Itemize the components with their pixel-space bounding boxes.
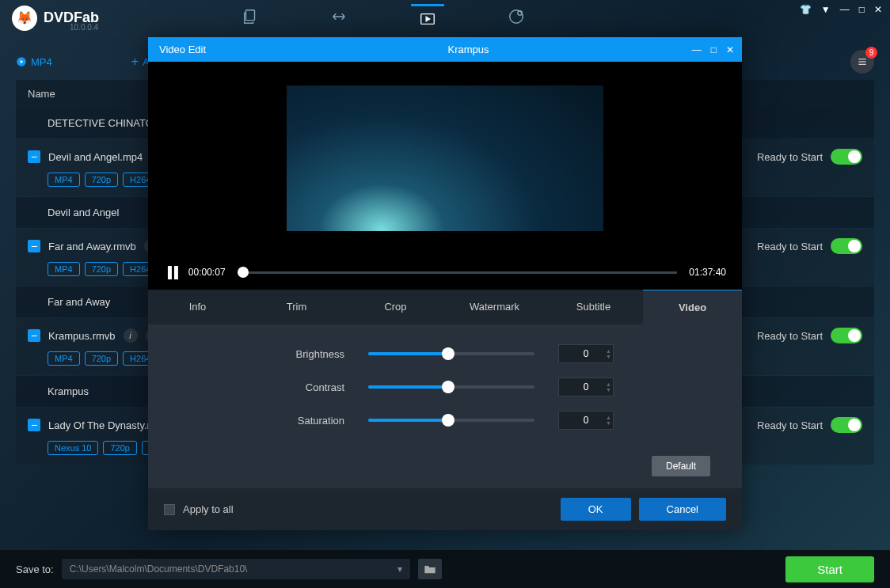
queue-badge: 9 <box>865 47 877 59</box>
tag[interactable]: 720p <box>85 262 118 276</box>
toggle-switch[interactable] <box>831 149 862 165</box>
item-title: Devil and Angel <box>48 207 119 218</box>
browse-folder-button[interactable] <box>418 559 442 579</box>
svg-point-2 <box>510 10 523 24</box>
collapse-icon[interactable]: − <box>28 150 40 163</box>
info-icon[interactable]: i <box>124 328 138 343</box>
converter-tab-icon[interactable] <box>411 4 444 32</box>
pause-icon[interactable]: ▐▐ <box>164 266 177 279</box>
contrast-input[interactable]: 0 ▲▼ <box>558 377 614 396</box>
contrast-slider[interactable] <box>368 385 534 389</box>
spin-up-icon[interactable]: ▲ <box>606 348 611 354</box>
dialog-close-icon[interactable]: ✕ <box>726 44 734 55</box>
brightness-input[interactable]: 0 ▲▼ <box>558 344 614 363</box>
seek-thumb[interactable] <box>238 267 249 278</box>
saturation-slider[interactable] <box>368 419 534 422</box>
spin-down-icon[interactable]: ▼ <box>606 420 611 426</box>
tab-trim[interactable]: Trim <box>247 290 346 324</box>
slider-thumb[interactable] <box>442 381 455 393</box>
collapse-icon[interactable]: − <box>28 419 40 431</box>
save-to-label: Save to: <box>16 563 54 575</box>
spin-down-icon[interactable]: ▼ <box>606 387 611 393</box>
tab-info[interactable]: Info <box>148 290 247 324</box>
current-time: 00:00:07 <box>188 267 226 278</box>
bottom-bar: Save to: C:\Users\Malcolm\Documents\DVDF… <box>0 550 890 588</box>
brightness-label: Brightness <box>273 348 344 360</box>
ripper-tab-icon[interactable] <box>322 4 356 32</box>
video-panel: Brightness 0 ▲▼ Contrast 0 ▲▼ <box>148 324 742 456</box>
dialog-filename: Krampus <box>448 44 489 55</box>
slider-thumb[interactable] <box>442 414 455 427</box>
item-title: Krampus.rmvb <box>48 330 116 342</box>
close-window-icon[interactable]: ✕ <box>874 4 882 15</box>
collapse-icon[interactable]: − <box>28 329 40 342</box>
app-version: 10.0.0.4 <box>70 23 98 32</box>
dialog-title: Video Edit <box>159 44 206 55</box>
contrast-label: Contrast <box>273 381 344 393</box>
spin-up-icon[interactable]: ▲ <box>606 381 611 387</box>
dialog-maximize-icon[interactable]: □ <box>711 44 717 55</box>
spin-up-icon[interactable]: ▲ <box>606 415 611 420</box>
ok-button[interactable]: OK <box>561 498 631 521</box>
save-path-input[interactable]: C:\Users\Malcolm\Documents\DVDFab10\ ▾ <box>62 559 410 579</box>
tag[interactable]: 720p <box>103 441 136 455</box>
spin-down-icon[interactable]: ▼ <box>606 354 611 359</box>
dropdown-icon[interactable]: ▼ <box>821 4 831 15</box>
format-label: MP4 <box>31 56 52 68</box>
duration: 01:37:40 <box>689 267 726 278</box>
window-controls: 👕 ▼ — □ ✕ <box>800 4 882 15</box>
cancel-button[interactable]: Cancel <box>639 498 726 521</box>
minimize-icon[interactable]: — <box>840 4 850 15</box>
dialog-footer: Apply to all OK Cancel <box>148 488 742 530</box>
tag[interactable]: 720p <box>85 351 118 366</box>
tab-crop[interactable]: Crop <box>346 290 445 324</box>
item-status: Ready to Start <box>757 330 823 342</box>
brightness-slider[interactable] <box>368 352 534 355</box>
dialog-minimize-icon[interactable]: — <box>692 44 702 55</box>
apply-all-checkbox[interactable] <box>164 504 175 515</box>
item-status: Ready to Start <box>757 419 823 431</box>
queue-button[interactable]: 9 <box>850 50 874 74</box>
toggle-switch[interactable] <box>831 238 862 254</box>
saturation-input[interactable]: 0 ▲▼ <box>558 411 614 430</box>
item-title: Devil and Angel.mp4 <box>48 151 143 163</box>
apply-all-label: Apply to all <box>183 503 234 515</box>
chevron-down-icon[interactable]: ▾ <box>397 563 402 575</box>
preview-frame <box>287 70 603 247</box>
slider-thumb[interactable] <box>442 347 455 360</box>
tag[interactable]: MP4 <box>48 351 80 366</box>
copy-tab-icon[interactable] <box>234 4 267 32</box>
tag[interactable]: MP4 <box>48 262 80 276</box>
video-preview <box>148 62 742 255</box>
format-selector[interactable]: MP4 <box>16 56 52 68</box>
app-icon: 🦊 <box>12 6 37 31</box>
item-status: Ready to Start <box>757 151 823 163</box>
saturation-label: Saturation <box>273 415 344 427</box>
tag[interactable]: MP4 <box>48 173 80 187</box>
dialog-titlebar: Video Edit Krampus — □ ✕ <box>148 37 742 62</box>
item-title: Far and Away <box>48 296 110 308</box>
maximize-icon[interactable]: □ <box>859 4 865 15</box>
item-title: Krampus <box>48 385 89 397</box>
item-status: Ready to Start <box>757 241 823 252</box>
tab-subtitle[interactable]: Subtitle <box>544 290 643 324</box>
save-path-text: C:\Users\Malcolm\Documents\DVDFab10\ <box>70 563 248 575</box>
tag[interactable]: Nexus 10 <box>48 441 98 455</box>
edit-tabs: Info Trim Crop Watermark Subtitle Video <box>148 290 742 324</box>
item-title: Far and Away.rmvb <box>48 241 136 252</box>
tab-video[interactable]: Video <box>643 290 742 324</box>
collapse-icon[interactable]: − <box>28 240 40 252</box>
column-name: Name <box>28 88 55 100</box>
default-button[interactable]: Default <box>652 456 710 476</box>
seek-slider[interactable] <box>238 271 678 274</box>
top-bar: 🦊 DVDFab 10.0.0.4 👕 ▼ — □ ✕ <box>0 0 890 36</box>
toggle-switch[interactable] <box>831 417 862 433</box>
shirt-icon[interactable]: 👕 <box>800 4 812 15</box>
tab-watermark[interactable]: Watermark <box>445 290 544 324</box>
tag[interactable]: 720p <box>85 173 118 187</box>
video-edit-dialog: Video Edit Krampus — □ ✕ ▐▐ 00:00:07 01:… <box>148 37 742 530</box>
start-button[interactable]: Start <box>785 556 874 582</box>
svg-rect-0 <box>246 10 255 21</box>
toggle-switch[interactable] <box>831 328 862 343</box>
creator-tab-icon[interactable] <box>500 4 533 32</box>
